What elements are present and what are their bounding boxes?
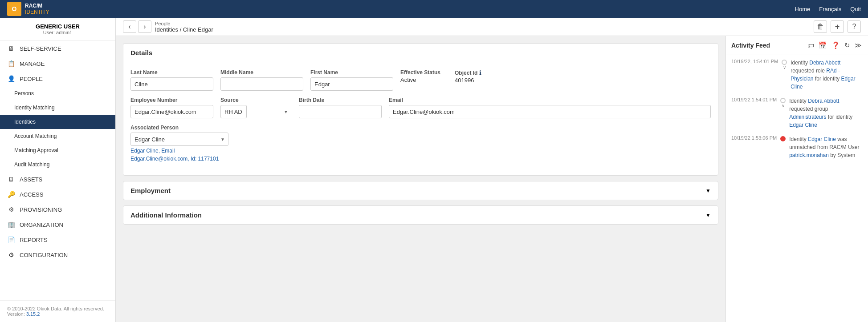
assets-icon: 🖥 [7, 176, 15, 183]
sidebar-item-identities[interactable]: Identities [0, 115, 115, 129]
assoc-link-1[interactable]: Edgar Cline, Email [130, 148, 228, 154]
birth-date-label: Birth Date [299, 97, 382, 103]
logo-icon: O [7, 2, 21, 16]
feed-title: Activity Feed [731, 42, 770, 49]
birth-date-input[interactable] [299, 105, 382, 118]
sidebar-item-identity-matching[interactable]: Identity Matching [0, 101, 115, 115]
associated-person-select[interactable]: Edgar Cline [130, 133, 228, 146]
add-button[interactable]: + [831, 20, 844, 33]
email-input[interactable] [389, 105, 711, 118]
last-name-input[interactable] [130, 77, 213, 91]
employment-chevron-icon [705, 187, 711, 194]
employee-number-group: Employee Number [130, 97, 213, 118]
feed-entry-1: 10/19/22, 1:54:01 PM ∨ Identity Debra Ab… [731, 59, 863, 91]
source-group: Source RH AD [220, 97, 292, 118]
sidebar-item-assets[interactable]: 🖥 ASSETS [0, 172, 115, 187]
quit-link[interactable]: Quit [850, 6, 861, 12]
sidebar-item-organization[interactable]: 🏢 ORGANIZATION [0, 217, 115, 232]
associated-person-group: Associated Person Edgar Cline Edgar Clin… [130, 125, 228, 162]
details-card: Details Last Name Middle Name [123, 43, 718, 176]
next-button[interactable]: › [138, 20, 151, 33]
effective-status-label: Effective Status [400, 69, 440, 76]
sidebar-item-matching-approval[interactable]: Matching Approval [0, 143, 115, 157]
feed-time-1: 10/19/22, 1:54:01 PM [731, 59, 778, 64]
people-icon: 👤 [7, 75, 15, 82]
effective-status-group: Effective Status Active [400, 69, 440, 83]
sidebar: GENERIC USER User: admin1 🖥 SELF-SERVICE… [0, 18, 116, 322]
sidebar-item-access[interactable]: 🔑 ACCESS [0, 187, 115, 202]
birth-date-group: Birth Date [299, 97, 382, 118]
sidebar-item-self-service[interactable]: 🖥 SELF-SERVICE [0, 41, 115, 56]
source-select[interactable]: RH AD [220, 105, 247, 118]
langue-link[interactable]: Français [819, 6, 841, 12]
sidebar-item-configuration[interactable]: ⚙ CONFIGURATION [0, 247, 115, 262]
feed-link-rad[interactable]: RAd - Physician [791, 68, 840, 82]
employment-card: Employment [123, 181, 718, 200]
manage-icon: 📋 [7, 60, 15, 67]
middle-name-input[interactable] [220, 77, 303, 91]
sidebar-label-assets: ASSETS [20, 176, 42, 183]
feed-expand-button[interactable]: ≫ [854, 40, 863, 50]
sidebar-userrole: User: admin1 [7, 30, 108, 35]
additional-info-header[interactable]: Additional Information [123, 206, 718, 224]
details-title: Details [130, 49, 152, 56]
sidebar-item-account-matching[interactable]: Account Matching [0, 129, 115, 143]
additional-info-chevron-icon [705, 212, 711, 218]
sidebar-item-people[interactable]: 👤 PEOPLE [0, 71, 115, 86]
employee-number-input[interactable] [130, 105, 213, 118]
object-id-value: 401996 [455, 77, 481, 84]
feed-refresh-button[interactable]: ↻ [844, 40, 851, 50]
feed-expand-2[interactable]: ∨ [782, 103, 785, 108]
feed-link-edgar-3[interactable]: Edgar Cline [808, 136, 836, 142]
form-row-3: Associated Person Edgar Cline Edgar Clin… [130, 125, 711, 162]
delete-button[interactable]: 🗑 [814, 20, 827, 33]
status-object-group: Effective Status Active Object Id ℹ 4019… [400, 69, 711, 91]
first-name-input[interactable] [310, 77, 393, 91]
logo-text: RAC/M IDENTITY [25, 3, 49, 16]
sidebar-label-matching-approval: Matching Approval [14, 147, 58, 153]
first-name-label: First Name [310, 69, 393, 76]
employee-number-label: Employee Number [130, 97, 213, 103]
sidebar-item-audit-matching[interactable]: Audit Matching [0, 157, 115, 172]
feed-link-admins[interactable]: Administrateurs [789, 114, 826, 120]
form-row-2: Employee Number Source RH AD [130, 97, 711, 118]
sidebar-item-persons[interactable]: Persons [0, 86, 115, 101]
sidebar-username: GENERIC USER [7, 23, 108, 30]
access-icon: 🔑 [7, 191, 15, 198]
sidebar-label-self-service: SELF-SERVICE [20, 45, 61, 52]
feed-link-debra-1[interactable]: Debra Abbott [809, 60, 840, 66]
version-link[interactable]: 3.15.2 [26, 311, 40, 317]
feed-help-button[interactable]: ❓ [831, 40, 841, 50]
sidebar-item-provisioning[interactable]: ⚙ PROVISIONING [0, 202, 115, 217]
sidebar-label-account-matching: Account Matching [14, 133, 57, 139]
feed-link-patrick[interactable]: patrick.monahan [789, 152, 829, 158]
feed-expand-1[interactable]: ∨ [783, 65, 786, 70]
logo: O RAC/M IDENTITY [7, 2, 49, 16]
object-id-info-icon[interactable]: ℹ [479, 69, 481, 76]
sidebar-item-manage[interactable]: 📋 MANAGE [0, 56, 115, 71]
home-link[interactable]: Home [795, 6, 811, 12]
breadcrumb-main: Identities / Cline Edgar [155, 26, 810, 33]
assoc-link-2[interactable]: Edgar.Cline@okiok.com, Id: 1177101 [130, 156, 228, 162]
associated-person-label: Associated Person [130, 125, 228, 131]
sidebar-label-identity-matching: Identity Matching [14, 105, 55, 111]
feed-link-debra-2[interactable]: Debra Abbott [808, 98, 839, 104]
feed-text-2: Identity Debra Abbott requested group Ad… [789, 97, 863, 129]
breadcrumb-top: People [155, 21, 810, 26]
feed-time-3: 10/19/22 1:53:06 PM [731, 135, 777, 141]
feed-tag-button[interactable]: 🏷 [807, 41, 815, 50]
additional-info-title: Additional Information [130, 211, 202, 219]
email-label: Email [389, 97, 711, 103]
sidebar-item-reports[interactable]: 📄 REPORTS [0, 232, 115, 247]
sidebar-footer: © 2010-2022 Okiok Data. All rights reser… [0, 300, 115, 322]
feed-calendar-button[interactable]: 📅 [818, 40, 828, 50]
first-name-group: First Name [310, 69, 393, 91]
prev-button[interactable]: ‹ [123, 20, 136, 33]
feed-entry-3: 10/19/22 1:53:06 PM Identity Edgar Cline… [731, 135, 863, 159]
feed-link-edgar-2[interactable]: Edgar Cline [789, 122, 817, 128]
activity-feed: Activity Feed 🏷 📅 ❓ ↻ ≫ 10/19/22, 1:54:0… [725, 36, 868, 322]
details-card-header[interactable]: Details [123, 44, 718, 62]
help-button[interactable]: ? [848, 20, 861, 33]
sidebar-label-reports: REPORTS [20, 237, 48, 243]
employment-card-header[interactable]: Employment [123, 181, 718, 200]
